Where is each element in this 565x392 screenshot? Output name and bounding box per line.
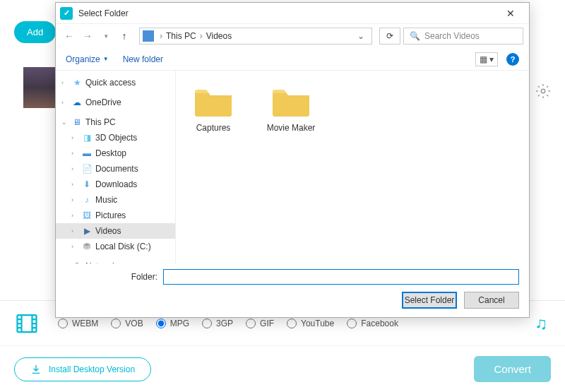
folder-name-input[interactable] <box>163 269 519 285</box>
svg-point-0 <box>541 89 545 93</box>
breadcrumb-videos[interactable]: Videos <box>204 31 234 41</box>
music-icon: ♪ <box>81 194 93 206</box>
tree-desktop[interactable]: ›▬Desktop <box>56 145 175 161</box>
titlebar: ✓ Select Folder ✕ <box>56 3 529 24</box>
film-icon <box>14 311 40 336</box>
tree-local-disk[interactable]: ›⛃Local Disk (C:) <box>56 239 175 254</box>
tree-music[interactable]: ›♪Music <box>56 192 175 208</box>
tree-videos[interactable]: ›▶Videos <box>56 223 175 239</box>
settings-icon[interactable] <box>535 83 551 99</box>
select-folder-dialog: ✓ Select Folder ✕ ← → ▾ ↑ › This PC › Vi… <box>55 2 530 318</box>
cancel-button[interactable]: Cancel <box>464 292 519 309</box>
folder-captures[interactable]: Captures <box>189 86 238 133</box>
dialog-title: Select Folder <box>78 8 496 18</box>
organize-menu[interactable]: Organize▼ <box>66 54 109 64</box>
format-facebook[interactable]: Facebook <box>347 319 398 328</box>
tree-downloads[interactable]: ›⬇Downloads <box>56 177 175 192</box>
format-3gp[interactable]: 3GP <box>202 319 233 328</box>
folder-label: Captures <box>196 123 231 133</box>
documents-icon: 📄 <box>81 163 93 174</box>
folder-field-label: Folder: <box>66 272 157 282</box>
nav-forward-icon: → <box>80 28 95 44</box>
tree-quick-access[interactable]: ›★Quick access <box>56 75 175 90</box>
music-icon[interactable]: ♫ <box>535 314 547 333</box>
nav-up-icon[interactable]: ↑ <box>117 28 132 44</box>
bottom-bar: Install Desktop Version Convert <box>0 345 565 392</box>
nav-back-icon[interactable]: ← <box>61 28 77 44</box>
app-icon: ✓ <box>60 7 73 20</box>
format-gif[interactable]: GIF <box>246 319 274 328</box>
select-folder-button[interactable]: Select Folder <box>402 292 457 309</box>
cloud-icon: ☁ <box>71 97 83 108</box>
desktop-icon: ▬ <box>81 148 93 159</box>
close-button[interactable]: ✕ <box>496 4 525 23</box>
disk-icon: ⛃ <box>81 241 93 252</box>
folder-content[interactable]: Captures Movie Maker <box>176 71 529 263</box>
videos-icon: ▶ <box>81 225 93 237</box>
folder-movie-maker[interactable]: Movie Maker <box>266 86 316 133</box>
pc-icon: 🖥 <box>71 117 83 128</box>
help-button[interactable]: ? <box>506 53 519 66</box>
breadcrumb-this-pc[interactable]: This PC <box>164 31 198 41</box>
star-icon: ★ <box>71 77 83 88</box>
search-icon: 🔍 <box>410 31 420 41</box>
folder-icon <box>194 86 233 117</box>
pc-icon <box>143 30 154 42</box>
format-webm[interactable]: WEBM <box>58 319 98 328</box>
add-files-button[interactable]: Add <box>14 21 56 43</box>
chevron-right-icon: › <box>158 31 164 41</box>
format-youtube[interactable]: YouTube <box>287 319 334 328</box>
tree-this-pc[interactable]: ⌄🖥This PC <box>56 114 175 130</box>
pictures-icon: 🖼 <box>81 210 93 221</box>
folder-tree: ›★Quick access ›☁OneDrive ⌄🖥This PC ›◨3D… <box>56 71 176 263</box>
search-input[interactable]: 🔍 Search Videos <box>403 28 523 44</box>
new-folder-button[interactable]: New folder <box>123 54 163 64</box>
download-icon <box>30 364 42 375</box>
tree-network[interactable]: ›🖧Network <box>56 259 175 263</box>
cube-icon: ◨ <box>81 132 93 143</box>
tree-3d-objects[interactable]: ›◨3D Objects <box>56 130 175 145</box>
tree-pictures[interactable]: ›🖼Pictures <box>56 208 175 223</box>
dialog-footer: Folder: Select Folder Cancel <box>56 263 529 317</box>
path-dropdown-icon[interactable]: ⌄ <box>353 31 369 41</box>
tree-documents[interactable]: ›📄Documents <box>56 161 175 177</box>
breadcrumb[interactable]: › This PC › Videos ⌄ <box>139 28 372 44</box>
folder-icon <box>271 86 311 117</box>
format-vob[interactable]: VOB <box>111 319 143 328</box>
search-placeholder: Search Videos <box>424 31 480 41</box>
refresh-button[interactable]: ⟳ <box>379 28 400 44</box>
chevron-down-icon: ▼ <box>103 56 109 62</box>
nav-recent-icon[interactable]: ▾ <box>98 28 114 44</box>
convert-button[interactable]: Convert <box>474 356 551 382</box>
toolbar: Organize▼ New folder ▦ ▾ ? <box>56 48 529 71</box>
install-desktop-button[interactable]: Install Desktop Version <box>14 357 151 381</box>
chevron-right-icon: › <box>198 31 204 41</box>
tree-onedrive[interactable]: ›☁OneDrive <box>56 95 175 110</box>
nav-bar: ← → ▾ ↑ › This PC › Videos ⌄ ⟳ 🔍 Search … <box>56 24 529 48</box>
folder-label: Movie Maker <box>267 123 316 133</box>
format-mpg[interactable]: MPG <box>156 319 189 328</box>
view-options-button[interactable]: ▦ ▾ <box>475 52 498 66</box>
downloads-icon: ⬇ <box>81 179 93 190</box>
